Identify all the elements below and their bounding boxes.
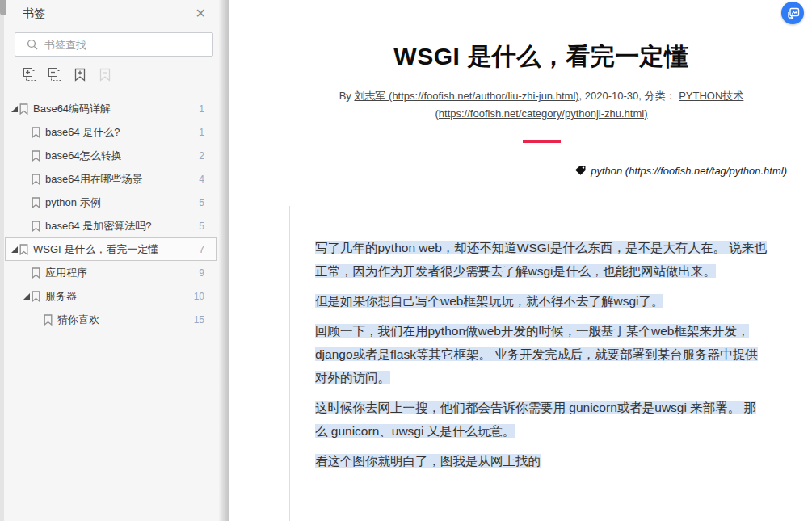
tag-row: python (https://foofish.net/tag/python.h…: [315, 165, 787, 177]
bookmark-icon: [32, 150, 40, 162]
selected-text: 看这个图你就明白了，图我是从网上找的: [315, 454, 541, 468]
byline-prefix: By: [339, 90, 355, 102]
screenshot-capture-button[interactable]: [781, 2, 804, 24]
bookmark-label: base64怎么转换: [45, 149, 122, 163]
bookmark-icon: [32, 267, 40, 279]
bookmark-label: 应用程序: [45, 266, 87, 280]
search-icon: [27, 39, 38, 50]
tag-link[interactable]: python (https://foofish.net/tag/python.h…: [591, 165, 787, 177]
paragraph: 写了几年的python web，却还不知道WSGI是什么东西，是不是大有人在。 …: [315, 236, 768, 283]
bookmark-page-number: 9: [199, 267, 216, 279]
expander-spacer: [21, 175, 32, 183]
bookmark-label: base64 是加密算法吗?: [45, 219, 152, 233]
remove-bookmark-icon: [98, 67, 112, 82]
collapse-all-icon[interactable]: [48, 67, 62, 82]
bookmark-page-number: 2: [199, 150, 216, 162]
bookmark-icon: [32, 174, 40, 185]
selected-text: 回顾一下，我们在用python做web开发的时候，一般基于某个web框架来开发，…: [315, 324, 758, 384]
document-page: WSGI 是什么，看完一定懂 By 刘志军 (https://foofish.n…: [315, 40, 768, 479]
bookmark-label: Base64编码详解: [33, 102, 111, 116]
expander-spacer: [33, 316, 44, 323]
toolbar-divider: [15, 90, 211, 90]
bookmark-page-number: 5: [199, 197, 216, 208]
expand-all-icon[interactable]: [23, 67, 37, 82]
bookmark-page-number: 1: [199, 103, 216, 115]
capture-image-icon: [786, 6, 800, 20]
bookmark-item[interactable]: 服务器10: [5, 284, 217, 308]
selected-text: 这时候你去网上一搜，他们都会告诉你需要用 gunicorn或者是uwsgi 来部…: [315, 401, 756, 438]
bookmark-page-number: 15: [194, 314, 216, 326]
bookmark-item[interactable]: python 示例5: [5, 191, 217, 214]
article-body: 写了几年的python web，却还不知道WSGI是什么东西，是不是大有人在。 …: [315, 236, 768, 473]
bookmark-tree: Base64编码详解1base64 是什么?1base64怎么转换2base64…: [0, 97, 219, 331]
bookmark-icon: [44, 314, 53, 326]
bookmark-icon: [32, 197, 40, 208]
sidebar-scrollbar-track[interactable]: [0, 0, 4, 521]
bookmark-search-box[interactable]: [15, 32, 213, 57]
paragraph: 但是如果你想自己写个web框架玩玩，就不得不去了解wsgi了。: [315, 289, 768, 313]
bookmark-label: 服务器: [45, 289, 77, 304]
bookmark-label: base64用在哪些场景: [45, 172, 143, 187]
selected-text: 但是如果你想自己写个web框架玩玩，就不得不去了解wsgi了。: [315, 294, 663, 308]
page-left-rule: [289, 206, 290, 521]
selected-text: 写了几年的python web，却还不知道WSGI是什么东西，是不是大有人在。 …: [315, 241, 767, 278]
bookmark-label: 猜你喜欢: [57, 313, 99, 327]
bookmark-page-number: 4: [199, 174, 216, 185]
expander-spacer: [21, 199, 32, 206]
bookmark-item[interactable]: Base64编码详解1: [5, 97, 217, 120]
bookmark-search-input[interactable]: [44, 39, 206, 51]
expander-icon[interactable]: [21, 292, 32, 300]
expander-spacer: [21, 128, 32, 136]
document-view: WSGI 是什么，看完一定懂 By 刘志军 (https://foofish.n…: [229, 0, 812, 521]
bookmark-item[interactable]: base64用在哪些场景4: [5, 167, 217, 191]
bookmark-item[interactable]: base64 是什么?1: [5, 120, 217, 144]
paragraph: 这时候你去网上一搜，他们都会告诉你需要用 gunicorn或者是uwsgi 来部…: [315, 396, 768, 443]
bookmark-page-number: 5: [199, 221, 216, 232]
article-title: WSGI 是什么，看完一定懂: [315, 40, 768, 74]
bookmarks-panel: 书签 ✕: [0, 0, 219, 521]
bookmark-icon: [32, 127, 40, 138]
bookmark-icon: [19, 103, 28, 115]
bookmark-icon: [19, 244, 28, 255]
bookmark-page-number: 7: [199, 244, 216, 255]
author-link[interactable]: 刘志军 (https://foofish.net/author/liu-zhi-…: [354, 90, 578, 102]
add-bookmark-icon[interactable]: [73, 67, 87, 82]
bookmark-page-number: 10: [194, 291, 216, 302]
bookmark-item[interactable]: base64 是加密算法吗?5: [5, 214, 217, 237]
expander-icon[interactable]: [9, 105, 19, 112]
bookmark-label: base64 是什么?: [45, 125, 120, 140]
bookmark-item[interactable]: 猜你喜欢15: [5, 308, 217, 331]
bookmark-icon: [32, 221, 40, 232]
close-icon[interactable]: ✕: [196, 7, 206, 20]
article-byline: By 刘志军 (https://foofish.net/author/liu-z…: [315, 87, 768, 123]
title-divider-bar: [523, 140, 561, 143]
expander-spacer: [21, 269, 32, 276]
bookmark-item[interactable]: WSGI 是什么，看完一定懂7: [5, 237, 217, 261]
sidebar-scrollbar-thumb[interactable]: [0, 0, 6, 15]
byline-middle: , 2020-10-30, 分类：: [579, 90, 679, 102]
expander-icon[interactable]: [9, 246, 19, 253]
bookmark-label: WSGI 是什么，看完一定懂: [33, 242, 158, 257]
bookmark-item[interactable]: base64怎么转换2: [5, 144, 217, 167]
tag-icon: [574, 165, 587, 176]
bookmark-label: python 示例: [45, 195, 101, 210]
bookmark-icon: [32, 291, 40, 302]
expander-spacer: [21, 152, 32, 159]
bookmark-item[interactable]: 应用程序9: [5, 261, 217, 284]
bookmarks-panel-title: 书签: [23, 6, 45, 21]
document-scrollbar[interactable]: [219, 0, 229, 521]
paragraph: 回顾一下，我们在用python做web开发的时候，一般基于某个web框架来开发，…: [315, 319, 768, 389]
paragraph: 看这个图你就明白了，图我是从网上找的: [315, 449, 768, 473]
expander-spacer: [21, 222, 32, 229]
bookmark-page-number: 1: [199, 127, 216, 138]
bookmarks-toolbar: [23, 67, 219, 82]
bookmarks-header: 书签 ✕: [0, 0, 219, 21]
